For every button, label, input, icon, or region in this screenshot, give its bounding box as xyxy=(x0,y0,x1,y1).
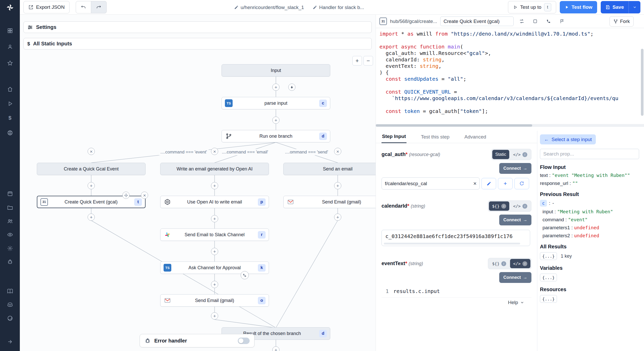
redo-button[interactable] xyxy=(91,1,107,13)
connect-button[interactable]: Connect→ xyxy=(499,163,531,174)
resource-path-input[interactable] xyxy=(382,177,480,190)
flow-node-slack-email[interactable]: Send Email to Slack Channel r xyxy=(160,228,269,241)
branch-head-2[interactable]: Write an email generated by Open AI xyxy=(160,163,269,175)
javascript-mode-chip[interactable]: </>i xyxy=(510,150,530,159)
schedules-icon[interactable] xyxy=(6,190,14,198)
flow-node-run-one-branch[interactable]: Run one branch d xyxy=(222,130,330,142)
variables-object-chip[interactable]: {...} xyxy=(540,274,557,281)
all-results-object-chip[interactable]: {...} xyxy=(540,252,557,260)
template-mode-chip[interactable]: ${}i xyxy=(489,259,509,268)
zoom-in-button[interactable]: + xyxy=(352,56,362,66)
suspend-phone-icon[interactable] xyxy=(241,271,249,279)
flow-node-create-quick-event[interactable]: 31 Create Quick Event (gcal) t xyxy=(37,196,146,208)
edit-resource-button[interactable] xyxy=(481,178,496,189)
prop-row[interactable]: input : "Meeting with Ruben" xyxy=(543,209,641,215)
undo-button[interactable] xyxy=(76,1,91,13)
play-icon[interactable] xyxy=(6,100,14,108)
insert-step-button[interactable]: + xyxy=(211,182,218,189)
javascript-mode-chip[interactable]: </>i xyxy=(510,259,530,268)
tab-advanced[interactable]: Advanced xyxy=(464,132,487,143)
remove-step-button[interactable]: × xyxy=(141,192,148,199)
fork-button[interactable]: Fork xyxy=(609,16,634,27)
prop-row[interactable]: parameters2 : undefined xyxy=(543,233,641,239)
test-flow-button[interactable]: Test flow xyxy=(560,1,597,13)
inner-scrollbar[interactable] xyxy=(384,243,520,244)
github-icon[interactable] xyxy=(6,314,14,322)
connect-button[interactable]: Connect→ xyxy=(499,272,531,283)
static-mode-chip[interactable]: Static xyxy=(492,150,510,159)
workers-icon[interactable] xyxy=(6,129,14,137)
delete-branch-button[interactable]: × xyxy=(334,148,341,155)
flow-node-send-gmail-b3[interactable]: Send Email (gmail) xyxy=(283,196,376,208)
template-mode-chip[interactable]: ${}i xyxy=(489,201,509,211)
horizontal-scrollbar-thumb[interactable] xyxy=(376,124,532,127)
branch-head-1[interactable]: Create a Quick Gcal Event xyxy=(37,163,146,175)
phone-icon[interactable] xyxy=(544,17,554,26)
branch-head-3[interactable]: Send an email xyxy=(283,163,376,175)
flow-canvas[interactable]: Settings $ All Static Inputs + − xyxy=(20,15,376,351)
insert-step-button[interactable]: + xyxy=(211,312,218,320)
folders-icon[interactable] xyxy=(6,204,14,211)
save-dropdown-button[interactable] xyxy=(629,1,640,13)
vertical-scrollbar[interactable] xyxy=(641,49,643,116)
flow-node-ask-approval[interactable]: TS Ask Channel for Approval k xyxy=(160,262,269,274)
home-icon[interactable] xyxy=(6,85,14,93)
flow-node-input[interactable]: Input xyxy=(222,64,330,77)
move-step-button[interactable] xyxy=(122,192,130,199)
all-static-inputs-bar[interactable]: $ All Static Inputs xyxy=(23,38,372,50)
user-icon[interactable] xyxy=(6,43,14,51)
calendar-id-editor[interactable]: c_0312442e881ae6fcf1dec23f54916a389f1c17… xyxy=(382,230,530,246)
insert-step-button[interactable]: + xyxy=(272,117,279,124)
box-icon[interactable] xyxy=(530,17,540,26)
flag-icon[interactable] xyxy=(557,17,567,26)
resources-object-chip[interactable]: {...} xyxy=(540,295,557,303)
prop-row[interactable]: text : "event "Meeting with Ruben"" xyxy=(540,173,641,178)
export-json-button[interactable]: Export JSON xyxy=(23,1,70,13)
windmill-logo-icon[interactable] xyxy=(6,4,14,11)
discord-icon[interactable] xyxy=(6,301,14,308)
insert-step-button[interactable]: + xyxy=(88,214,95,221)
code-editor[interactable]: import * as wmill from "https://deno.lan… xyxy=(376,28,644,127)
prop-row[interactable]: parameters1 : undefined xyxy=(543,225,641,231)
zoom-out-button[interactable]: − xyxy=(363,56,373,66)
docs-book-icon[interactable] xyxy=(6,287,14,295)
groups-icon[interactable] xyxy=(6,217,14,225)
insert-step-button[interactable]: + xyxy=(88,182,95,189)
flow-path-edit[interactable]: u/henricourdent/flow_slack_1 xyxy=(234,5,304,10)
expand-sidebar-arrow-icon[interactable] xyxy=(6,338,14,346)
test-up-to-button[interactable]: Test up to t xyxy=(508,1,556,13)
event-text-expression-editor[interactable]: 1 results.c.input xyxy=(382,287,531,298)
gear-icon[interactable] xyxy=(6,244,14,252)
select-step-input-button[interactable]: ← Select a step input xyxy=(540,134,596,144)
prop-row[interactable]: command : "event" xyxy=(543,217,641,223)
search-prop-input[interactable] xyxy=(540,149,639,159)
dollar-icon[interactable]: $ xyxy=(6,114,14,122)
clear-resource-icon[interactable]: × xyxy=(473,180,477,187)
delete-branch-button[interactable]: × xyxy=(88,148,95,155)
grid-icon[interactable] xyxy=(6,27,14,35)
flow-summary-edit[interactable]: Handler for slack b... xyxy=(313,5,364,10)
eye-icon[interactable] xyxy=(6,231,14,239)
step-id-badge[interactable]: c xyxy=(540,200,547,207)
insert-step-button[interactable]: + xyxy=(211,281,218,288)
save-button[interactable]: Save xyxy=(601,1,629,13)
insert-step-button[interactable]: + xyxy=(272,84,279,91)
refresh-resource-button[interactable] xyxy=(514,178,529,189)
tab-test-this-step[interactable]: Test this step xyxy=(420,132,450,143)
insert-step-button[interactable]: + xyxy=(334,214,341,221)
sync-icon[interactable] xyxy=(517,17,527,26)
help-link[interactable]: Help xyxy=(382,300,524,305)
error-handler-toggle[interactable] xyxy=(238,338,250,344)
delete-branch-button[interactable]: × xyxy=(211,148,218,155)
star-icon[interactable] xyxy=(6,59,14,67)
trigger-bolt-button[interactable] xyxy=(288,84,295,91)
error-handler-bar[interactable]: Error handler xyxy=(140,334,255,347)
flow-node-openai-email[interactable]: Use Open AI to write email p xyxy=(160,196,269,208)
prop-row[interactable]: response_url : "" xyxy=(540,181,641,186)
insert-step-button[interactable]: + xyxy=(334,182,341,189)
flow-node-send-gmail-b2[interactable]: Send Email (gmail) o xyxy=(160,294,269,307)
tab-step-input[interactable]: Step Input xyxy=(382,131,406,143)
step-name-input[interactable] xyxy=(440,17,514,26)
connect-button[interactable]: Connect→ xyxy=(499,215,531,225)
javascript-mode-chip[interactable]: </>i xyxy=(510,201,530,211)
